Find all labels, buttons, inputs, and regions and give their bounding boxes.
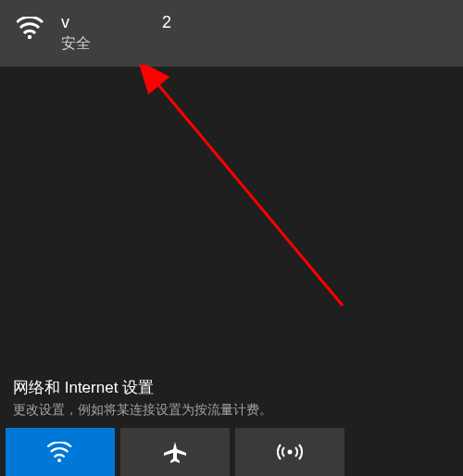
airplane-mode-tile[interactable] <box>120 428 230 476</box>
annotation-arrow <box>130 65 370 324</box>
svg-point-3 <box>57 458 61 462</box>
settings-title: 网络和 Internet 设置 <box>13 377 450 398</box>
svg-point-4 <box>288 450 293 455</box>
airplane-icon <box>162 440 188 464</box>
hotspot-icon <box>276 441 304 463</box>
wifi-network-item[interactable]: v2 安全 <box>0 0 463 67</box>
svg-point-0 <box>28 35 31 39</box>
wifi-text-block: v2 安全 <box>61 13 171 54</box>
wifi-network-name: v2 <box>61 13 171 32</box>
bottom-panel: 网络和 Internet 设置 更改设置，例如将某连接设置为按流量计费。 <box>0 368 463 476</box>
quick-actions-row <box>0 428 463 476</box>
settings-description: 更改设置，例如将某连接设置为按流量计费。 <box>13 402 450 419</box>
wifi-security-status: 安全 <box>61 34 171 54</box>
network-settings-link[interactable]: 网络和 Internet 设置 更改设置，例如将某连接设置为按流量计费。 <box>0 368 463 428</box>
wifi-icon <box>47 442 73 462</box>
wifi-toggle-tile[interactable] <box>6 428 115 476</box>
hotspot-tile[interactable] <box>235 428 344 476</box>
wifi-signal-icon <box>17 13 44 43</box>
redacted-ssid <box>69 13 162 30</box>
svg-line-2 <box>156 81 343 306</box>
